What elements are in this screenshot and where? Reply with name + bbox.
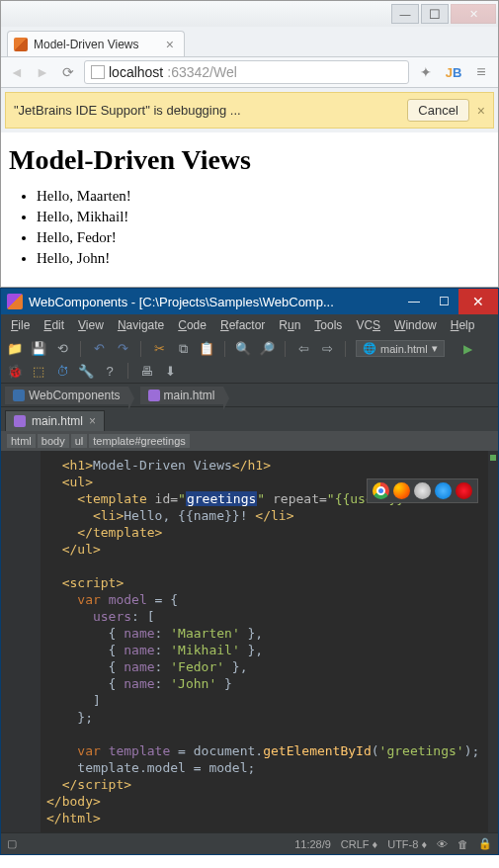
menu-view[interactable]: View	[72, 316, 110, 334]
vcs-commit-icon[interactable]: ⬇	[162, 363, 178, 379]
undo-icon[interactable]: ↶	[91, 341, 107, 357]
toolbar-separator	[224, 341, 225, 357]
menu-vcs[interactable]: VCS	[350, 316, 386, 334]
copy-icon[interactable]: ⧉	[175, 341, 191, 357]
open-icon[interactable]: 📁	[7, 341, 23, 357]
breadcrumb-file-label: main.html	[164, 389, 215, 402]
debug-cancel-button[interactable]: Cancel	[407, 99, 468, 122]
wrench-icon[interactable]: ?	[102, 363, 118, 379]
find-icon[interactable]: 🔍	[235, 341, 251, 357]
menu-edit[interactable]: Edit	[38, 316, 70, 334]
browser-toolbar: ◄ ► ⟳ localhost:63342/Wel ✦ JB ≡	[1, 56, 498, 88]
menu-code[interactable]: Code	[172, 316, 212, 334]
paste-icon[interactable]: 📋	[199, 341, 214, 357]
debug-message: "JetBrains IDE Support" is debugging ...	[14, 103, 399, 118]
menu-file[interactable]: File	[5, 316, 36, 334]
menu-run[interactable]: Run	[273, 316, 306, 334]
browser-minimize-button[interactable]: —	[391, 4, 419, 24]
menu-window[interactable]: Window	[388, 316, 443, 334]
vcs-update-icon[interactable]: 🖶	[138, 363, 154, 379]
tab-close-icon[interactable]: ×	[166, 37, 174, 52]
list-item: Hello, Fedor!	[37, 227, 490, 248]
line-separator[interactable]: CRLF ♦	[341, 838, 377, 850]
ide-close-button[interactable]: ✕	[458, 289, 498, 314]
dom-segment[interactable]: template#greetings	[89, 434, 190, 448]
browser-tab[interactable]: Model-Driven Views ×	[7, 31, 185, 56]
ide-minimize-button[interactable]: —	[399, 289, 429, 314]
memory-icon[interactable]: 🗑	[457, 838, 468, 850]
breadcrumb-project[interactable]: WebComponents	[5, 387, 128, 404]
file-encoding[interactable]: UTF-8 ♦	[387, 838, 427, 850]
firefox-icon[interactable]	[393, 482, 410, 499]
editor-tab-label: main.html	[32, 414, 83, 428]
nav-back-icon[interactable]: ⇦	[295, 341, 311, 357]
opera-icon[interactable]	[456, 482, 472, 499]
caret-position[interactable]: 11:28/9	[294, 838, 331, 850]
toolbar-separator	[127, 363, 128, 379]
cut-icon[interactable]: ✂	[151, 341, 167, 357]
address-bar[interactable]: localhost:63342/Wel	[84, 60, 409, 84]
safari-icon[interactable]	[414, 482, 431, 499]
run-config-icon: 🌐	[363, 342, 376, 355]
ide-maximize-button[interactable]: ☐	[429, 289, 458, 314]
debug-icon[interactable]: 🐞	[7, 363, 23, 379]
chrome-menu-button[interactable]: ≡	[470, 61, 492, 83]
run-config-label: main.html	[380, 343, 428, 355]
menu-navigate[interactable]: Navigate	[112, 316, 170, 334]
ide-status-bar: ▢ 11:28/9 CRLF ♦ UTF-8 ♦ 👁 🗑 🔒	[1, 832, 498, 854]
ide-support-extension-icon[interactable]: ✦	[415, 61, 437, 83]
coverage-icon[interactable]: ⬚	[31, 363, 46, 379]
chrome-icon[interactable]	[373, 482, 389, 499]
dom-segment[interactable]: body	[38, 434, 69, 448]
tab-close-icon[interactable]: ×	[89, 414, 96, 428]
status-toolwindow-icon[interactable]: ▢	[7, 837, 17, 850]
back-button[interactable]: ◄	[7, 62, 27, 82]
run-config-selector[interactable]: 🌐 main.html ▾	[356, 340, 445, 357]
menu-tools[interactable]: Tools	[308, 316, 348, 334]
browser-tabstrip: Model-Driven Views ×	[1, 27, 498, 56]
ie-icon[interactable]	[435, 482, 452, 499]
ide-titlebar: WebComponents - [C:\Projects\Samples\Web…	[1, 289, 498, 314]
navigation-bar: WebComponents main.html	[1, 384, 498, 407]
editor-gutter	[1, 451, 41, 832]
nav-forward-icon[interactable]: ⇨	[319, 341, 335, 357]
dom-segment[interactable]: ul	[71, 434, 88, 448]
replace-icon[interactable]: 🔎	[259, 341, 275, 357]
run-button[interactable]: ▶	[460, 341, 476, 357]
error-stripe	[488, 451, 498, 832]
toolbar-separator	[345, 341, 346, 357]
menu-refactor[interactable]: Refactor	[214, 316, 271, 334]
lock-icon[interactable]: 🔒	[478, 837, 492, 850]
reload-button[interactable]: ⟳	[58, 62, 78, 82]
tab-title: Model-Driven Views	[34, 38, 160, 51]
file-icon	[14, 415, 26, 427]
editor-tab[interactable]: main.html ×	[5, 410, 105, 431]
ide-menubar: File Edit View Navigate Code Refactor Ru…	[1, 314, 498, 336]
breadcrumb-project-label: WebComponents	[29, 389, 121, 402]
save-icon[interactable]: 💾	[31, 341, 46, 357]
browser-titlebar: — ☐ ✕	[1, 1, 498, 27]
file-icon	[148, 390, 160, 401]
browser-maximize-button[interactable]: ☐	[421, 4, 449, 24]
forward-button[interactable]: ►	[33, 62, 52, 82]
ide-window: WebComponents - [C:\Projects\Samples\Web…	[0, 288, 499, 855]
inspection-ok-icon	[490, 455, 496, 461]
jetbrains-extension-icon[interactable]: JB	[443, 61, 464, 83]
browser-close-button[interactable]: ✕	[451, 4, 496, 24]
code-editor[interactable]: <h1>Model-Driven Views</h1> <ul> <templa…	[1, 451, 498, 832]
profile-icon[interactable]: ⏱	[54, 363, 70, 379]
list-item: Hello, Mikhail!	[37, 207, 490, 227]
redo-icon[interactable]: ↷	[115, 341, 130, 357]
sync-icon[interactable]: ⟲	[54, 341, 70, 357]
dom-segment[interactable]: html	[7, 434, 36, 448]
dom-breadcrumb: html body ul template#greetings	[1, 431, 498, 451]
attach-icon[interactable]: 🔧	[78, 363, 94, 379]
debug-close-icon[interactable]: ×	[477, 103, 485, 119]
greetings-list: Hello, Maarten! Hello, Mikhail! Hello, F…	[37, 186, 490, 269]
breadcrumb-file[interactable]: main.html	[140, 387, 223, 404]
page-heading: Model-Driven Views	[9, 144, 490, 176]
browser-window: — ☐ ✕ Model-Driven Views × ◄ ► ⟳ localho…	[0, 0, 499, 288]
debug-infobar: "JetBrains IDE Support" is debugging ...…	[5, 92, 494, 129]
inspection-icon[interactable]: 👁	[437, 838, 448, 850]
menu-help[interactable]: Help	[445, 316, 481, 334]
